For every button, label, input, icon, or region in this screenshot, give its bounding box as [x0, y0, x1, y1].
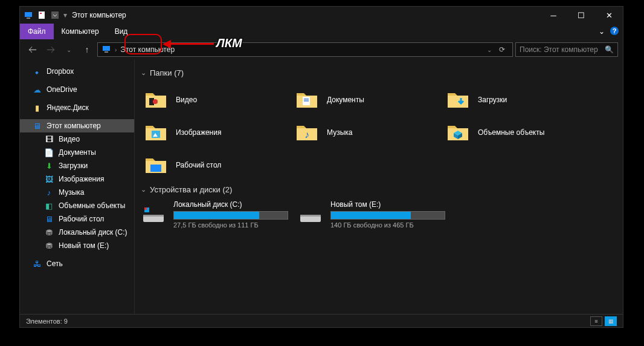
pc-icon — [101, 44, 111, 56]
sidebar-item-videos[interactable]: 🎞Видео — [20, 132, 134, 146]
search-icon: 🔍 — [605, 45, 614, 54]
section-header-label: Папки (7) — [150, 68, 184, 77]
qat-dropdown-icon[interactable] — [50, 10, 60, 20]
breadcrumb-dropdown-icon[interactable]: ⌄ — [487, 47, 492, 53]
sidebar-item-pictures[interactable]: 🖼Изображения — [20, 172, 134, 186]
sidebar-item-thispc[interactable]: 🖥Этот компьютер — [20, 119, 134, 132]
svg-rect-7 — [103, 46, 110, 51]
cube-icon: ◧ — [44, 201, 54, 211]
search-placeholder: Поиск: Этот компьютер — [520, 45, 598, 54]
folder-cube-icon — [445, 120, 471, 145]
sidebar-item-label: Музыка — [59, 188, 84, 197]
folder-desktop-icon — [143, 152, 169, 178]
document-icon: 📄 — [44, 148, 54, 157]
sheet-icon — [37, 10, 47, 20]
drives-grid: Локальный диск (C:) 27,5 ГБ свободно из … — [141, 200, 617, 229]
sidebar-item-label: Документы — [59, 148, 96, 157]
explorer-window: ▾ Этот компьютер ─ ☐ ✕ Файл Компьютер Ви… — [19, 6, 623, 328]
annotation-arrow-icon — [163, 40, 171, 48]
folder-download-icon — [445, 87, 471, 113]
titlebar: ▾ Этот компьютер ─ ☐ ✕ — [20, 7, 623, 24]
address-bar[interactable]: › Этот компьютер ⌄ ⟳ — [97, 42, 513, 57]
drive-c[interactable]: Локальный диск (C:) 27,5 ГБ свободно из … — [141, 200, 292, 229]
section-drives-header[interactable]: ⌄ Устройства и диски (2) — [141, 185, 617, 194]
sidebar-item-3dobjects[interactable]: ◧Объемные объекты — [20, 199, 134, 212]
up-button[interactable]: ↑ — [79, 42, 95, 57]
drive-free-text: 27,5 ГБ свободно из 111 ГБ — [173, 221, 292, 229]
view-tiles-button[interactable]: ▦ — [605, 316, 617, 326]
recent-dropdown[interactable]: ⌄ — [61, 42, 77, 57]
breadcrumb-sep: › — [115, 47, 117, 53]
maximize-button[interactable]: ☐ — [567, 7, 595, 24]
tab-file[interactable]: Файл — [20, 24, 54, 39]
sidebar-item-label: Объемные объекты — [59, 201, 125, 210]
svg-rect-20 — [150, 165, 161, 172]
folder-3dobjects[interactable]: Объемные объекты — [443, 116, 594, 149]
svg-rect-22 — [143, 215, 164, 217]
sidebar-item-diskc[interactable]: ⛃Локальный диск (C:) — [20, 226, 134, 239]
drive-usage-fill — [174, 212, 259, 219]
folder-pictures[interactable]: Изображения — [141, 116, 292, 149]
back-button[interactable]: 🡠 — [25, 42, 40, 57]
sidebar-item-label: Сеть — [47, 260, 63, 268]
svg-rect-4 — [51, 11, 59, 19]
tab-view[interactable]: Вид — [107, 24, 136, 39]
section-folders-header[interactable]: ⌄ Папки (7) — [141, 68, 617, 77]
svg-rect-3 — [40, 13, 42, 14]
download-icon: ⬇ — [44, 161, 54, 171]
minimize-button[interactable]: ─ — [539, 7, 567, 24]
sidebar-item-music[interactable]: ♪Музыка — [20, 186, 134, 199]
sidebar-item-label: Яндекс.Диск — [47, 103, 89, 112]
sidebar-item-yandexdisk[interactable]: ▮Яндекс.Диск — [20, 101, 134, 114]
ribbon-expand-icon[interactable]: ⌄ — [599, 27, 605, 36]
folder-videos[interactable]: Видео — [141, 83, 292, 116]
folder-label: Загрузки — [478, 96, 507, 104]
sidebar-item-desktop[interactable]: 🖥Рабочий стол — [20, 212, 134, 226]
folder-label: Музыка — [327, 128, 352, 137]
forward-button[interactable]: 🡢 — [43, 42, 59, 57]
folder-picture-icon — [143, 120, 169, 145]
status-items-count: Элементов: 9 — [26, 318, 68, 325]
folder-music[interactable]: ♪ Музыка — [292, 116, 443, 149]
drive-e[interactable]: Новый том (E:) 140 ГБ свободно из 465 ГБ — [298, 200, 449, 229]
folder-music-icon: ♪ — [294, 120, 320, 145]
svg-text:?: ? — [613, 27, 617, 34]
drive-free-text: 140 ГБ свободно из 465 ГБ — [330, 221, 449, 229]
svg-rect-26 — [300, 215, 321, 217]
annotation-label: ЛКМ — [216, 36, 242, 50]
desktop-icon: 🖥 — [44, 214, 54, 224]
folder-label: Видео — [176, 96, 197, 104]
svg-rect-8 — [105, 51, 108, 53]
svg-point-10 — [153, 99, 158, 104]
window-title: Этот компьютер — [72, 11, 126, 19]
search-box[interactable]: Поиск: Этот компьютер 🔍 — [515, 42, 618, 57]
folder-label: Документы — [327, 96, 364, 104]
chevron-down-icon: ⌄ — [141, 186, 146, 194]
sidebar-item-downloads[interactable]: ⬇Загрузки — [20, 159, 134, 172]
folder-documents[interactable]: Документы — [292, 83, 443, 116]
sidebar-item-label: Новый том (E:) — [59, 241, 109, 250]
ribbon-tabs: Файл Компьютер Вид ⌄ ? — [20, 24, 623, 39]
sidebar-item-documents[interactable]: 📄Документы — [20, 146, 134, 159]
folder-downloads[interactable]: Загрузки — [443, 83, 594, 116]
sidebar-item-label: Загрузки — [59, 162, 88, 170]
sidebar-item-label: Рабочий стол — [59, 215, 104, 223]
sidebar-item-network[interactable]: 🖧Сеть — [20, 257, 134, 270]
folder-desktop[interactable]: Рабочий стол — [141, 149, 292, 181]
sidebar-item-label: OneDrive — [47, 85, 77, 94]
sidebar-item-label: Видео — [59, 135, 80, 143]
close-button[interactable]: ✕ — [595, 7, 623, 24]
tab-computer[interactable]: Компьютер — [54, 24, 107, 39]
sidebar-item-diske[interactable]: ⛃Новый том (E:) — [20, 239, 134, 252]
svg-rect-13 — [304, 100, 309, 102]
dropbox-icon: ⬥ — [32, 67, 42, 76]
help-icon[interactable]: ? — [610, 26, 619, 38]
view-details-button[interactable]: ≡ — [590, 316, 602, 326]
navbar: 🡠 🡢 ⌄ ↑ › Этот компьютер ⌄ ⟳ Поиск: Этот… — [20, 39, 623, 60]
refresh-button[interactable]: ⟳ — [495, 45, 509, 54]
folder-video-icon — [143, 87, 169, 113]
sidebar-item-onedrive[interactable]: ☁OneDrive — [20, 83, 134, 96]
pc-icon: 🖥 — [32, 121, 42, 131]
music-icon: ♪ — [44, 188, 54, 197]
sidebar-item-dropbox[interactable]: ⬥Dropbox — [20, 65, 134, 78]
